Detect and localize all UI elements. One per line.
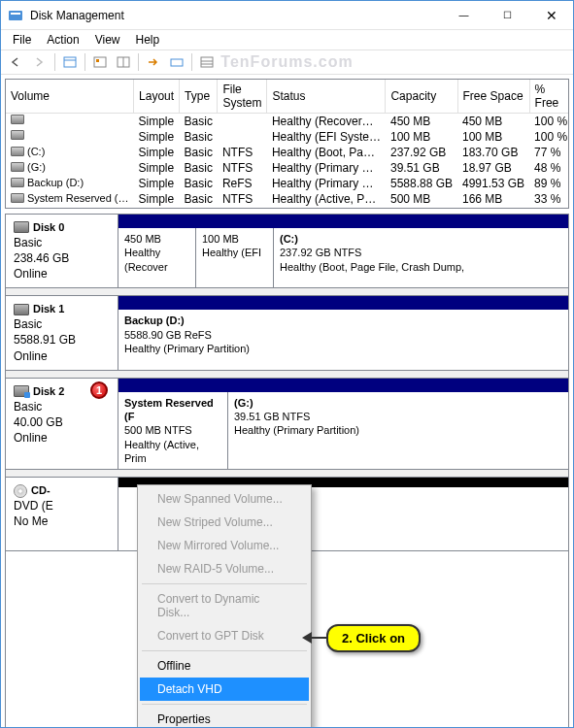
- column-header-free[interactable]: Free Space: [457, 80, 529, 114]
- column-header-type[interactable]: Type: [180, 80, 218, 114]
- partition[interactable]: Backup (D:)5588.90 GB ReFSHealthy (Prima…: [118, 310, 565, 369]
- context-menu-item[interactable]: Detach VHD: [140, 678, 309, 701]
- toolbar-icon[interactable]: [89, 51, 111, 73]
- column-header-status[interactable]: Status: [267, 80, 386, 114]
- forward-button[interactable]: [29, 51, 51, 73]
- toolbar: TenForums.com: [1, 50, 573, 75]
- partition[interactable]: (G:)39.51 GB NTFSHealthy (Primary Partit…: [228, 392, 422, 469]
- drive-icon: [11, 130, 24, 140]
- toolbar-icon[interactable]: [143, 51, 164, 73]
- toolbar-icon[interactable]: [59, 51, 81, 73]
- close-button[interactable]: ✕: [529, 1, 573, 29]
- menu-action[interactable]: Action: [39, 31, 86, 49]
- disk-row: Disk 1Basic5588.91 GBOnlineBackup (D:)55…: [6, 296, 568, 370]
- window-title: Disk Management: [30, 9, 442, 22]
- toolbar-icon[interactable]: [196, 51, 218, 73]
- context-menu-item[interactable]: Properties: [140, 708, 309, 728]
- partition[interactable]: (C:)237.92 GB NTFSHealthy (Boot, Page Fi…: [274, 228, 565, 287]
- context-menu-item: New RAID-5 Volume...: [140, 557, 309, 580]
- menu-file[interactable]: File: [5, 31, 39, 49]
- watermark: TenForums.com: [220, 53, 353, 71]
- drive-icon: [11, 193, 24, 203]
- volume-row[interactable]: System Reserved (…SimpleBasicNTFSHealthy…: [6, 191, 569, 207]
- context-menu-item: Convert to GPT Disk: [140, 624, 309, 647]
- app-icon: [8, 8, 23, 23]
- column-header-capacity[interactable]: Capacity: [386, 80, 457, 114]
- disk-row: Disk 0Basic238.46 GBOnline450 MBHealthy …: [6, 215, 568, 288]
- callout-annotation: 2. Click on: [326, 624, 421, 652]
- volume-row[interactable]: SimpleBasicHealthy (Recover…450 MB450 MB…: [6, 114, 569, 130]
- drive-icon: [11, 147, 24, 156]
- context-menu-item[interactable]: Offline: [140, 654, 309, 678]
- partition[interactable]: 100 MBHealthy (EFI: [196, 228, 274, 287]
- svg-rect-1: [11, 13, 20, 15]
- volume-list[interactable]: VolumeLayoutTypeFile SystemStatusCapacit…: [5, 79, 569, 209]
- disk-label[interactable]: Disk 0Basic238.46 GBOnline: [6, 215, 118, 287]
- drive-icon: [11, 115, 24, 124]
- context-menu: New Spanned Volume...New Striped Volume.…: [137, 484, 312, 728]
- volume-row[interactable]: SimpleBasicHealthy (EFI Syste…100 MB100 …: [6, 129, 569, 145]
- context-menu-item: Convert to Dynamic Disk...: [140, 587, 309, 624]
- svg-rect-2: [64, 57, 76, 67]
- drive-icon: [11, 178, 24, 187]
- partition[interactable]: System Reserved (F500 MB NTFSHealthy (Ac…: [118, 392, 228, 469]
- hard-disk-icon: [14, 304, 29, 315]
- volume-row[interactable]: (G:)SimpleBasicNTFSHealthy (Primary …39.…: [6, 160, 569, 176]
- callout-text: 2. Click on: [326, 624, 421, 652]
- drive-icon: [11, 162, 24, 172]
- toolbar-icon[interactable]: [113, 51, 134, 73]
- svg-rect-4: [94, 57, 106, 67]
- column-header-volume[interactable]: Volume: [6, 80, 134, 114]
- menu-help[interactable]: Help: [128, 31, 168, 49]
- partition[interactable]: 450 MBHealthy (Recover: [118, 228, 196, 287]
- svg-rect-9: [201, 57, 213, 67]
- toolbar-icon[interactable]: [166, 51, 187, 73]
- annotation-marker: 1: [90, 381, 108, 399]
- maximize-button[interactable]: ☐: [486, 1, 529, 29]
- menu-view[interactable]: View: [87, 31, 128, 49]
- column-header-fs[interactable]: File System: [218, 80, 267, 114]
- minimize-button[interactable]: —: [442, 1, 486, 29]
- svg-rect-5: [96, 59, 99, 62]
- column-header-pct[interactable]: % Free: [529, 80, 569, 114]
- svg-rect-8: [171, 59, 183, 66]
- disk-label[interactable]: Disk 1Basic5588.91 GBOnline: [6, 296, 118, 369]
- context-menu-item: New Mirrored Volume...: [140, 534, 309, 557]
- volume-row[interactable]: (C:)SimpleBasicNTFSHealthy (Boot, Pa…237…: [6, 145, 569, 160]
- svg-rect-0: [9, 11, 22, 20]
- title-bar: Disk Management — ☐ ✕: [1, 1, 573, 30]
- volume-row[interactable]: Backup (D:)SimpleBasicReFSHealthy (Prima…: [6, 176, 569, 191]
- hard-disk-icon: [14, 221, 29, 233]
- back-button[interactable]: [6, 51, 27, 73]
- hard-disk-icon: [14, 385, 29, 397]
- context-menu-item: New Striped Volume...: [140, 511, 309, 534]
- column-header-layout[interactable]: Layout: [134, 80, 180, 114]
- disk-label[interactable]: CD-DVD (ENo Me: [6, 478, 118, 550]
- cd-rom-icon: [14, 484, 27, 498]
- disk-row: Disk 2Basic40.00 GBOnline1System Reserve…: [6, 379, 568, 470]
- context-menu-item: New Spanned Volume...: [140, 487, 309, 511]
- menu-bar: File Action View Help: [1, 30, 573, 50]
